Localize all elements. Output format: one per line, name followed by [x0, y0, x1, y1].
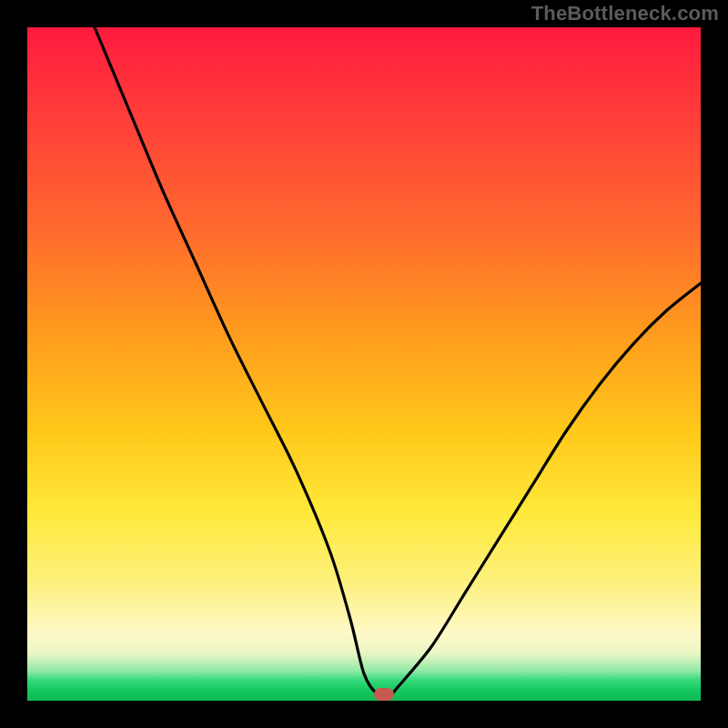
plot-area	[27, 27, 701, 701]
optimum-marker	[374, 688, 394, 701]
bottleneck-curve	[27, 27, 701, 701]
chart-frame: TheBottleneck.com	[0, 0, 728, 728]
watermark-text: TheBottleneck.com	[531, 2, 719, 25]
